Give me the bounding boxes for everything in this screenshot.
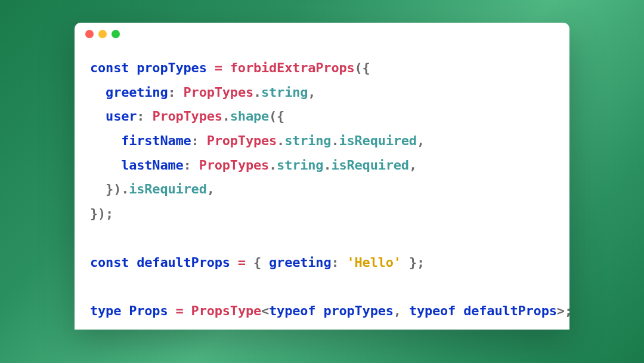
member-string: string (284, 133, 331, 148)
keyword-type: type (90, 303, 121, 318)
member-string: string (277, 158, 323, 173)
fn-forbidExtraProps: forbidExtraProps (230, 60, 355, 75)
operator-eq: = (230, 255, 253, 270)
punct: . (323, 158, 331, 173)
ident-defaultProps: defaultProps (137, 255, 230, 270)
member-isRequired: isRequired (129, 182, 206, 196)
ident-Props: Props (129, 303, 168, 318)
punct: , (417, 133, 425, 148)
minimize-icon[interactable] (98, 30, 107, 38)
member-isRequired: isRequired (339, 133, 416, 148)
punct: . (121, 182, 129, 196)
punct: , (308, 85, 315, 100)
cls-PropsType: PropsType (191, 303, 261, 318)
punct: : (137, 109, 152, 124)
punct: : (191, 133, 207, 148)
punct: ; (417, 255, 425, 270)
keyword-typeof: typeof (409, 303, 456, 318)
operator-eq: = (168, 303, 191, 318)
punct: }) (90, 206, 106, 221)
indent (90, 133, 121, 148)
indent (90, 158, 121, 173)
punct: . (269, 158, 277, 173)
key-greeting: greeting (106, 85, 168, 100)
member-isRequired: isRequired (331, 158, 408, 173)
punct: > (557, 303, 565, 318)
code-window: const propTypes = forbidExtraProps({ gre… (75, 23, 569, 330)
ident-defaultProps: defaultProps (463, 303, 557, 318)
keyword-const: const (90, 60, 129, 75)
key-greeting: greeting (269, 255, 331, 270)
window-titlebar (75, 23, 569, 45)
member-shape: shape (230, 109, 269, 124)
punct: . (331, 133, 339, 148)
punct: : (168, 85, 183, 100)
indent (90, 85, 106, 100)
punct: ; (565, 303, 569, 318)
punct: : (331, 255, 346, 270)
punct: . (253, 85, 261, 100)
punct: }) (106, 182, 121, 196)
maximize-icon[interactable] (112, 30, 120, 38)
member-string: string (261, 85, 308, 100)
punct: , (207, 182, 215, 196)
punct: ({ (269, 109, 284, 124)
string-hello: 'Hello' (347, 255, 401, 270)
close-icon[interactable] (85, 30, 94, 38)
punct: , (409, 158, 417, 173)
punct: { (253, 255, 269, 270)
key-user: user (106, 109, 137, 124)
punct: } (401, 255, 417, 270)
operator-eq: = (207, 60, 230, 75)
punct: . (277, 133, 284, 148)
cls-PropTypes: PropTypes (152, 109, 222, 124)
keyword-typeof: typeof (269, 303, 315, 318)
key-lastName: lastName (121, 158, 183, 173)
punct: : (184, 158, 199, 173)
code-block: const propTypes = forbidExtraProps({ gre… (75, 45, 569, 330)
indent (90, 182, 106, 196)
cls-PropTypes: PropTypes (199, 158, 269, 173)
punct: . (222, 109, 230, 124)
key-firstName: firstName (121, 133, 191, 148)
punct: ; (106, 206, 113, 221)
keyword-const: const (90, 255, 129, 270)
indent (90, 109, 106, 124)
punct: , (394, 303, 409, 318)
cls-PropTypes: PropTypes (207, 133, 277, 148)
punct: ({ (355, 60, 370, 75)
punct: < (261, 303, 269, 318)
cls-PropTypes: PropTypes (184, 85, 253, 100)
ident-propTypes: propTypes (137, 60, 206, 75)
ident-propTypes: propTypes (323, 303, 393, 318)
